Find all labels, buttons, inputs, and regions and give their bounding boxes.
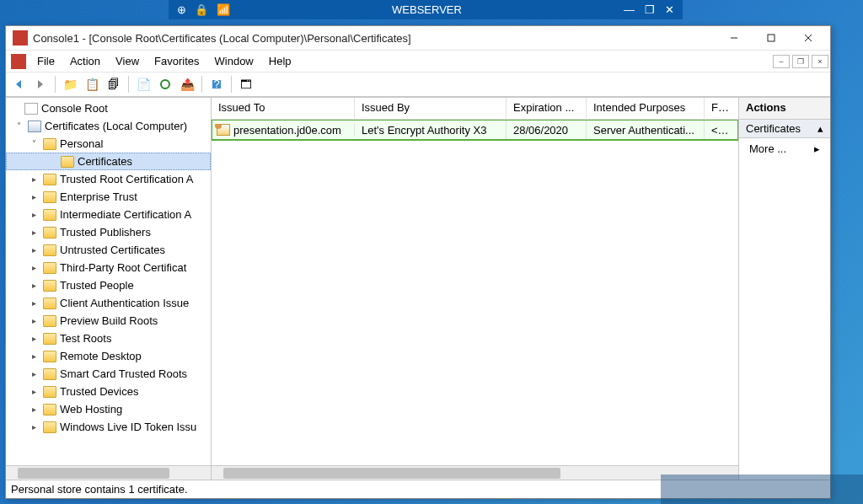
menu-view[interactable]: View	[108, 52, 147, 70]
tree-label: Client Authentication Issue	[60, 297, 189, 309]
list-horizontal-scrollbar[interactable]	[212, 465, 738, 480]
maximize-button[interactable]	[753, 29, 790, 47]
expander-icon[interactable]: ▸	[28, 263, 40, 272]
col-issued-by[interactable]: Issued By	[355, 98, 507, 119]
folder-icon	[43, 244, 56, 256]
refresh-button[interactable]	[156, 75, 174, 94]
expander-icon[interactable]: ▸	[28, 405, 40, 414]
cut-button[interactable]: 📁	[61, 75, 79, 94]
folder-icon	[43, 315, 56, 327]
rdp-minimize-button[interactable]: —	[624, 3, 635, 16]
tree-item[interactable]: ▸Web Hosting	[6, 400, 211, 418]
view-button[interactable]: 🗔	[237, 75, 255, 94]
expander-icon[interactable]: ▸	[28, 210, 40, 219]
expander-icon[interactable]: ▸	[28, 369, 40, 378]
tree-item[interactable]: ▸Trusted Devices	[6, 383, 211, 400]
tree-console-root[interactable]: ▸Console Root	[6, 99, 211, 117]
folder-icon	[43, 262, 56, 274]
list-body[interactable]: presentation.jd0e.com Let's Encrypt Auth…	[212, 120, 738, 465]
collapse-icon[interactable]: ▴	[817, 122, 823, 135]
tree-label: Personal	[60, 137, 103, 150]
tree-item[interactable]: ▸Third-Party Root Certificat	[6, 259, 211, 276]
tree-label: Intermediate Certification A	[60, 208, 191, 221]
signal-icon: 📶	[217, 3, 230, 16]
tree-item[interactable]: ▸Intermediate Certification A	[6, 206, 211, 223]
tree-item[interactable]: ▸Test Roots	[6, 330, 211, 347]
close-button[interactable]	[790, 29, 827, 47]
tree-certificates-root[interactable]: ˅Certificates (Local Computer)	[6, 117, 211, 135]
show-hide-button[interactable]: 📋	[83, 75, 101, 94]
actions-section-certificates[interactable]: Certificates ▴	[739, 120, 830, 138]
tree-horizontal-scrollbar[interactable]	[6, 465, 211, 480]
actions-section-label: Certificates	[746, 122, 801, 135]
tree-label: Smart Card Trusted Roots	[60, 367, 187, 380]
forward-button[interactable]	[31, 75, 50, 94]
folder-icon	[43, 280, 56, 292]
mdi-close-button[interactable]: ×	[812, 55, 828, 68]
menu-action[interactable]: Action	[62, 52, 108, 70]
expander-icon[interactable]: ▸	[28, 174, 40, 184]
menu-window[interactable]: Window	[207, 52, 261, 70]
rdp-title: WEBSERVER	[239, 3, 615, 16]
expander-icon[interactable]: ▸	[28, 192, 40, 201]
tree-item[interactable]: ▸Remote Desktop	[6, 347, 211, 365]
desktop-taskbar-edge	[661, 475, 863, 504]
expander-icon[interactable]: ▸	[28, 351, 40, 361]
tree-item[interactable]: ▸Enterprise Trust	[6, 188, 211, 206]
rdp-close-button[interactable]: ✕	[665, 3, 674, 16]
tree-item[interactable]: ▸Trusted People	[6, 276, 211, 294]
expander-icon[interactable]: ˅	[28, 139, 40, 148]
folder-icon	[43, 368, 56, 380]
expander-icon[interactable]: ▸	[28, 281, 40, 290]
col-issued-to[interactable]: Issued To	[212, 98, 355, 119]
tree-item[interactable]: ▸Trusted Root Certification A	[6, 170, 211, 188]
tree-label: Trusted Root Certification A	[60, 173, 193, 185]
menu-favorites[interactable]: Favorites	[147, 52, 206, 70]
certificate-row[interactable]: presentation.jd0e.com Let's Encrypt Auth…	[212, 120, 738, 140]
tree-view[interactable]: ▸Console Root ˅Certificates (Local Compu…	[6, 98, 211, 465]
mdi-minimize-button[interactable]: –	[773, 55, 790, 68]
tree-personal[interactable]: ˅Personal	[6, 135, 211, 153]
svg-rect-1	[768, 35, 775, 41]
delete-button[interactable]: 🗐	[105, 75, 123, 94]
tree-personal-certificates[interactable]: ▸Certificates	[6, 153, 211, 170]
expander-icon[interactable]: ▸	[28, 422, 40, 432]
expander-icon[interactable]: ▸	[28, 334, 40, 343]
folder-icon	[43, 138, 56, 150]
export-button[interactable]: 📤	[178, 75, 196, 94]
mmc-doc-icon[interactable]	[11, 54, 26, 69]
minimize-button[interactable]	[716, 29, 753, 47]
cell-friendly: <No	[705, 121, 735, 140]
cell-expiration: 28/06/2020	[507, 121, 587, 140]
tree-item[interactable]: ▸Windows Live ID Token Issu	[6, 418, 211, 436]
mdi-restore-button[interactable]: ❐	[792, 55, 809, 68]
tree-item[interactable]: ▸Untrusted Certificates	[6, 241, 211, 259]
expander-icon[interactable]: ▸	[28, 228, 40, 237]
folder-icon	[43, 386, 56, 398]
tree-item[interactable]: ▸Trusted Publishers	[6, 223, 211, 241]
col-purposes[interactable]: Intended Purposes	[587, 98, 705, 119]
expander-icon[interactable]: ▸	[28, 298, 40, 308]
tree-item[interactable]: ▸Client Authentication Issue	[6, 294, 211, 312]
back-button[interactable]	[9, 75, 28, 94]
rdp-restore-button[interactable]: ❐	[645, 3, 655, 16]
expander-icon[interactable]: ▸	[28, 316, 40, 325]
tree-item[interactable]: ▸Preview Build Roots	[6, 312, 211, 330]
menu-file[interactable]: File	[29, 52, 62, 70]
help-button[interactable]: ?	[207, 75, 226, 94]
properties-button[interactable]: 📄	[134, 75, 153, 94]
pin-icon[interactable]: ⊕	[177, 3, 186, 16]
expander-icon[interactable]: ▸	[28, 387, 40, 396]
folder-icon	[43, 174, 56, 185]
folder-icon	[43, 298, 56, 309]
col-friendly[interactable]: Frien	[705, 98, 735, 119]
actions-more[interactable]: More ... ▸	[739, 138, 830, 159]
tree-item[interactable]: ▸Smart Card Trusted Roots	[6, 365, 211, 383]
list-header: Issued To Issued By Expiration ... Inten…	[212, 98, 738, 120]
titlebar[interactable]: Console1 - [Console Root\Certificates (L…	[6, 26, 830, 50]
expander-icon[interactable]: ▸	[28, 245, 40, 255]
expander-icon[interactable]: ˅	[13, 121, 24, 131]
menu-help[interactable]: Help	[261, 52, 299, 70]
certificate-icon	[217, 124, 230, 136]
col-expiration[interactable]: Expiration ...	[507, 98, 587, 119]
